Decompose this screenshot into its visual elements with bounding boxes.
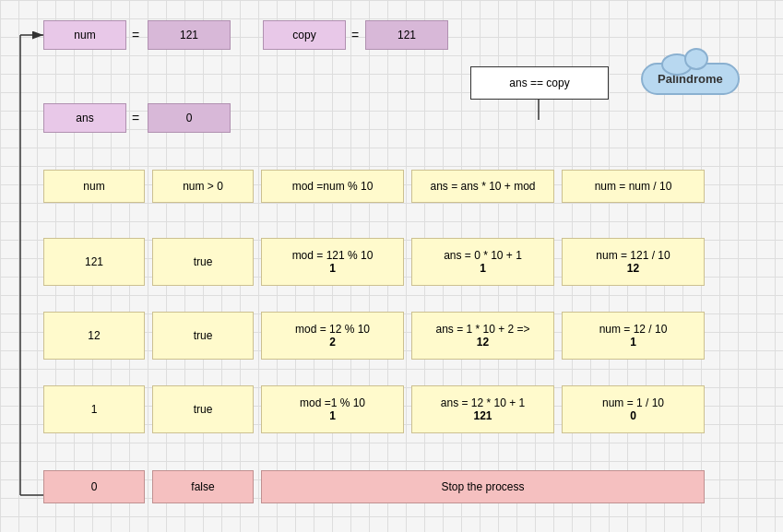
ans-value: 0 (186, 112, 193, 124)
ans-label-box: ans (43, 103, 126, 133)
ans-copy-label: ans == copy (509, 77, 569, 89)
row3-cond: true (152, 385, 254, 433)
copy-label: copy (292, 29, 315, 41)
row3-ans: ans = 12 * 10 + 1 121 (411, 385, 554, 433)
ans-value-box: 0 (148, 103, 231, 133)
row1-numdiv: num = 121 / 10 12 (562, 238, 705, 286)
stop-label: Stop the process (261, 470, 705, 503)
row2-numdiv: num = 12 / 10 1 (562, 312, 705, 360)
row3-num: 1 (43, 385, 145, 433)
row1-num: 121 (43, 238, 145, 286)
eq2-operator: = (351, 28, 359, 42)
row1-mod: mod = 121 % 10 1 (261, 238, 404, 286)
row3-numdiv: num = 1 / 10 0 (562, 385, 705, 433)
num-value: 121 (180, 29, 198, 41)
palindrome-label: Palindrome (641, 63, 740, 95)
row1-ans: ans = 0 * 10 + 1 1 (411, 238, 554, 286)
col-num-header: num (43, 170, 145, 203)
num-value-box: 121 (148, 20, 231, 50)
ans-label: ans (76, 112, 93, 124)
col-cond-header: num > 0 (152, 170, 254, 203)
num-label: num (74, 29, 95, 41)
eq3-operator: = (132, 111, 139, 125)
row2-ans: ans = 1 * 10 + 2 => 12 (411, 312, 554, 360)
col-numdiv-header: num = num / 10 (562, 170, 705, 203)
row2-num: 12 (43, 312, 145, 360)
eq1-operator: = (132, 28, 139, 42)
copy-value-box: 121 (365, 20, 448, 50)
ans-copy-box: ans == copy (470, 66, 609, 100)
row3-mod: mod =1 % 10 1 (261, 385, 404, 433)
row2-cond: true (152, 312, 254, 360)
stop-num: 0 (43, 470, 145, 503)
col-ans-header: ans = ans * 10 + mod (411, 170, 554, 203)
copy-label-box: copy (263, 20, 346, 50)
row2-mod: mod = 12 % 10 2 (261, 312, 404, 360)
stop-cond: false (152, 470, 254, 503)
copy-value: 121 (397, 29, 416, 41)
num-label-box: num (43, 20, 126, 50)
col-mod-header: mod =num % 10 (261, 170, 404, 203)
row1-cond: true (152, 238, 254, 286)
